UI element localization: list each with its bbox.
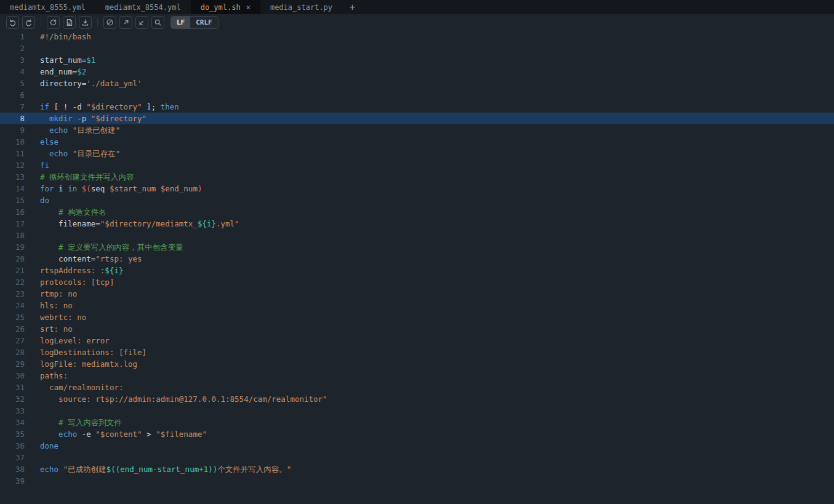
code-line-15[interactable]: 15do <box>0 194 834 206</box>
code-line-14[interactable]: 14for i in $(seq $start_num $end_num) <box>0 183 834 194</box>
redo-button[interactable] <box>22 16 35 29</box>
tab-label: media_start.py <box>270 3 332 12</box>
tab-mediamtx-8554-yml[interactable]: mediamtx_8554.yml <box>95 0 191 14</box>
code-line-5[interactable]: 5directory='./data_yml' <box>0 78 834 89</box>
line-number: 19 <box>0 241 25 253</box>
search-button[interactable] <box>151 16 164 29</box>
code-line-33[interactable]: 33 <box>0 405 834 417</box>
code-text: source: rtsp://admin:admin@127.0.0.1:855… <box>25 393 327 405</box>
code-line-32[interactable]: 32 source: rtsp://admin:admin@127.0.0.1:… <box>0 393 834 405</box>
code-line-4[interactable]: 4end_num=$2 <box>0 66 834 78</box>
line-number: 38 <box>0 463 25 475</box>
toolbar-separator <box>97 18 98 26</box>
code-text: for i in $(seq $start_num $end_num) <box>25 183 202 194</box>
code-line-1[interactable]: 1#!/bin/bash <box>0 31 834 42</box>
code-text: echo "目录已存在" <box>25 148 120 159</box>
code-line-39[interactable]: 39 <box>0 475 834 487</box>
clear-format-button[interactable] <box>103 16 116 29</box>
code-line-36[interactable]: 36done <box>0 440 834 452</box>
code-line-22[interactable]: 22protocols: [tcp] <box>0 276 834 288</box>
code-line-19[interactable]: 19 # 定义要写入的内容，其中包含变量 <box>0 241 834 253</box>
tab-do-yml-sh[interactable]: do_yml.sh × <box>191 0 260 14</box>
line-number: 13 <box>0 171 25 183</box>
code-line-13[interactable]: 13# 循环创建文件并写入内容 <box>0 171 834 183</box>
undo-button[interactable] <box>6 16 19 29</box>
code-line-25[interactable]: 25webrtc: no <box>0 311 834 323</box>
code-line-23[interactable]: 23rtmp: no <box>0 288 834 300</box>
tab-label: mediamtx_8555.yml <box>10 3 86 12</box>
code-line-10[interactable]: 10else <box>0 136 834 148</box>
line-number: 1 <box>0 31 25 42</box>
code-text: do <box>25 194 49 206</box>
code-text: if [ ! -d "$directory" ]; then <box>25 101 179 113</box>
line-number: 9 <box>0 124 25 136</box>
code-text: logFile: mediamtx.log <box>25 358 137 370</box>
code-line-28[interactable]: 28logDestinations: [file] <box>0 346 834 358</box>
code-line-34[interactable]: 34 # 写入内容到文件 <box>0 417 834 428</box>
reload-button[interactable] <box>47 16 60 29</box>
code-text <box>25 452 40 463</box>
tab-mediamtx-8555-yml[interactable]: mediamtx_8555.yml <box>0 0 95 14</box>
code-line-27[interactable]: 27logLevel: error <box>0 335 834 346</box>
code-text: echo "目录已创建" <box>25 124 120 136</box>
code-text: directory='./data_yml' <box>25 78 142 89</box>
code-line-2[interactable]: 2 <box>0 42 834 54</box>
code-text <box>25 475 40 487</box>
code-text <box>25 89 40 101</box>
line-number: 37 <box>0 452 25 463</box>
line-number: 39 <box>0 475 25 487</box>
code-line-12[interactable]: 12fi <box>0 159 834 171</box>
undo-icon <box>9 18 17 26</box>
code-line-26[interactable]: 26srt: no <box>0 323 834 335</box>
code-line-3[interactable]: 3start_num=$1 <box>0 54 834 66</box>
tab-bar: mediamtx_8555.yml mediamtx_8554.yml do_y… <box>0 0 834 14</box>
code-text: # 写入内容到文件 <box>25 417 122 428</box>
toolbar-separator <box>41 18 41 26</box>
code-line-31[interactable]: 31 cam/realmonitor: <box>0 382 834 393</box>
line-number: 25 <box>0 311 25 323</box>
tab-label: mediamtx_8554.yml <box>105 3 181 12</box>
code-text: srt: no <box>25 323 73 335</box>
code-editor[interactable]: 1#!/bin/bash23start_num=$14end_num=$25di… <box>0 30 834 487</box>
new-tab-button[interactable]: + <box>342 0 363 14</box>
code-line-37[interactable]: 37 <box>0 452 834 463</box>
open-external-button[interactable] <box>119 16 132 29</box>
code-text: end_num=$2 <box>25 66 86 78</box>
jump-back-button[interactable] <box>135 16 148 29</box>
code-line-21[interactable]: 21rtspAddress: :${i} <box>0 265 834 276</box>
code-line-29[interactable]: 29logFile: mediamtx.log <box>0 358 834 370</box>
code-line-17[interactable]: 17 filename="$directory/mediamtx_${i}.ym… <box>0 218 834 230</box>
line-number: 29 <box>0 358 25 370</box>
code-line-7[interactable]: 7if [ ! -d "$directory" ]; then <box>0 101 834 113</box>
line-number: 33 <box>0 405 25 417</box>
code-line-35[interactable]: 35 echo -e "$content" > "$filename" <box>0 428 834 440</box>
code-line-8[interactable]: 8 mkdir -p "$directory" <box>0 113 834 124</box>
line-number: 22 <box>0 276 25 288</box>
code-line-6[interactable]: 6 <box>0 89 834 101</box>
code-text: done <box>25 440 58 452</box>
code-text: start_num=$1 <box>25 54 95 66</box>
save-button[interactable] <box>63 16 76 29</box>
code-line-20[interactable]: 20 content="rtsp: yes <box>0 253 834 265</box>
line-number: 4 <box>0 66 25 78</box>
code-line-16[interactable]: 16 # 构造文件名 <box>0 206 834 218</box>
code-line-9[interactable]: 9 echo "目录已创建" <box>0 124 834 136</box>
download-button[interactable] <box>79 16 92 29</box>
code-text: content="rtsp: yes <box>25 253 142 265</box>
tab-media-start-py[interactable]: media_start.py <box>260 0 342 14</box>
code-line-18[interactable]: 18 <box>0 230 834 241</box>
line-number: 21 <box>0 265 25 276</box>
eol-toggle-group: LF CRLF <box>170 16 219 29</box>
redo-icon <box>25 18 33 26</box>
crlf-button[interactable]: CRLF <box>190 17 218 28</box>
line-number: 32 <box>0 393 25 405</box>
slash-circle-icon <box>106 18 114 26</box>
code-line-38[interactable]: 38echo "已成功创建$((end_num-start_num+1))个文件… <box>0 463 834 475</box>
line-number: 10 <box>0 136 25 148</box>
code-text: filename="$directory/mediamtx_${i}.yml" <box>25 218 239 230</box>
code-line-30[interactable]: 30paths: <box>0 370 834 382</box>
lf-button[interactable]: LF <box>171 17 190 28</box>
tab-close-icon[interactable]: × <box>246 3 251 12</box>
code-line-24[interactable]: 24hls: no <box>0 300 834 311</box>
code-line-11[interactable]: 11 echo "目录已存在" <box>0 148 834 159</box>
